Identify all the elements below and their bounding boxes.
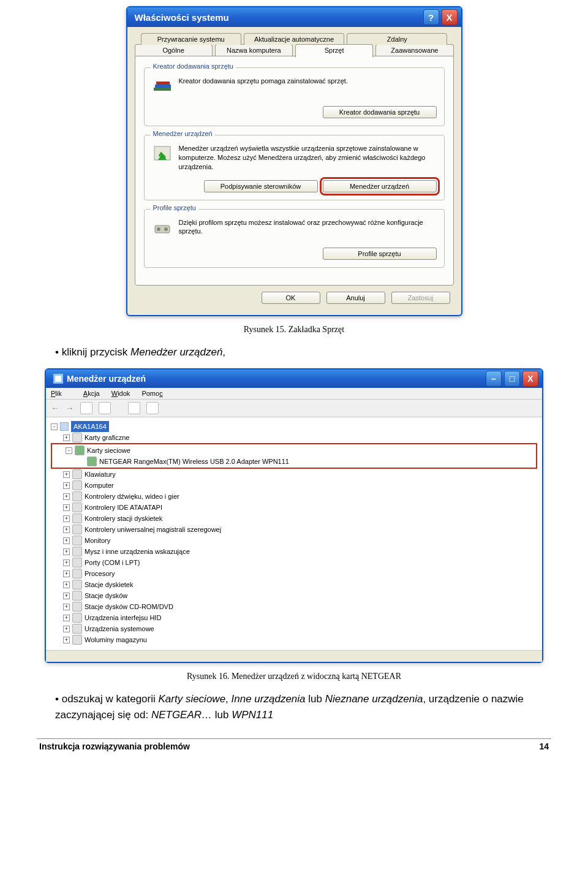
tree-row[interactable]: +Woluminy magazynu: [51, 634, 537, 645]
expand-icon[interactable]: +: [63, 537, 70, 544]
expand-icon[interactable]: +: [63, 515, 70, 522]
dm-menubar: Plik Akcja Widok Pomoc: [46, 388, 542, 400]
toolbar-icon-1[interactable]: [80, 402, 92, 414]
tab-general[interactable]: Ogólne: [135, 44, 213, 56]
tree-row[interactable]: +Karty graficzne: [51, 432, 537, 443]
expand-icon[interactable]: +: [63, 526, 70, 533]
tree-row[interactable]: +Urządzenia interfejsu HID: [51, 612, 537, 623]
ok-button[interactable]: OK: [262, 292, 320, 304]
tree-row[interactable]: +Monitory: [51, 535, 537, 546]
computer-icon: [72, 480, 82, 490]
close-button[interactable]: X: [442, 9, 458, 25]
menu-plik[interactable]: Plik: [51, 390, 72, 397]
floppy-controller-icon: [72, 514, 82, 523]
tree-row[interactable]: +Komputer: [51, 480, 537, 491]
tab-advanced[interactable]: Zaawansowane: [375, 44, 453, 56]
dm-close-button[interactable]: X: [522, 371, 538, 387]
expand-icon[interactable]: +: [63, 604, 70, 610]
titlebar-buttons: ? X: [423, 9, 458, 25]
toolbar-icon-2[interactable]: [99, 402, 111, 414]
tab-hardware[interactable]: Sprzęt: [295, 44, 373, 58]
expand-icon[interactable]: +: [63, 615, 70, 621]
expand-icon[interactable]: +: [63, 582, 70, 588]
hardware-profiles-button[interactable]: Profile sprzętu: [323, 248, 437, 260]
tree-row[interactable]: +Stacje dyskietek: [51, 579, 537, 590]
tree-row[interactable]: +Urządzenia systemowe: [51, 623, 537, 634]
expand-icon[interactable]: +: [63, 548, 70, 555]
group-legend: Profile sprzętu: [151, 204, 198, 211]
expand-icon[interactable]: +: [63, 493, 70, 500]
dm-toolbar: ← →: [46, 400, 542, 417]
ports-icon: [72, 558, 82, 567]
tree-row[interactable]: +Klawiatury: [51, 469, 537, 480]
tree-row[interactable]: +Kontrolery uniwersalnej magistrali szer…: [51, 524, 537, 535]
tree-row-netgear[interactable]: NETGEAR RangeMax(TM) Wireless USB 2.0 Ad…: [53, 456, 535, 467]
tabs-back-row: Przywracanie systemu Aktualizacje automa…: [135, 33, 454, 45]
expand-icon[interactable]: +: [63, 504, 70, 511]
figure-caption-15: Rysunek 15. Zakładka Sprzęt: [37, 325, 551, 335]
dm-statusbar: [46, 650, 542, 662]
expand-icon[interactable]: +: [63, 637, 70, 643]
expand-icon[interactable]: +: [63, 471, 70, 478]
group1-text: Kreator dodawania sprzętu pomaga zainsta…: [179, 77, 348, 86]
group-device-manager: Menedżer urządzeń Menedżer urządzeń wyśw…: [144, 135, 445, 200]
tabs-front-row: Ogólne Nazwa komputera Sprzęt Zaawansowa…: [135, 44, 454, 56]
tree-row[interactable]: +Kontrolery stacji dyskietek: [51, 513, 537, 524]
add-hardware-wizard-button[interactable]: Kreator dodawania sprzętu: [323, 106, 437, 118]
tree-row[interactable]: +Kontrolery IDE ATA/ATAPI: [51, 502, 537, 513]
processor-icon: [72, 569, 82, 578]
tree-row[interactable]: +Mysz i inne urządzenia wskazujące: [51, 546, 537, 557]
device-manager-button[interactable]: Menedżer urządzeń: [323, 180, 437, 192]
tab-panel-hardware: Kreator dodawania sprzętu Kreator dodawa…: [135, 56, 454, 286]
maximize-button[interactable]: □: [504, 371, 520, 387]
menu-pomoc[interactable]: Pomoc: [141, 390, 162, 397]
sound-controller-icon: [72, 491, 82, 501]
tree-row-network[interactable]: -Karty sieciowe: [53, 445, 535, 456]
menu-akcja[interactable]: Akcja: [83, 390, 100, 397]
tree-root[interactable]: - AKA1A164: [51, 421, 537, 432]
dm-titlebar: Menedżer urządzeń – □ X: [46, 370, 542, 388]
group-hardware-profiles: Profile sprzętu Dzięki profilom sprzętu …: [144, 209, 445, 268]
toolbar-icon-4[interactable]: [146, 402, 159, 414]
minimize-button[interactable]: –: [486, 371, 502, 387]
tab-computer-name[interactable]: Nazwa komputera: [215, 44, 293, 56]
figure-caption-16: Rysunek 16. Menedżer urządzeń z widoczną…: [37, 672, 551, 681]
document-page: Właściwości systemu ? X Przywracanie sys…: [0, 0, 588, 770]
group2-text: Menedżer urządzeń wyświetla wszystkie ur…: [179, 144, 437, 172]
expand-icon[interactable]: +: [63, 593, 70, 599]
tree-row[interactable]: +Kontrolery dźwięku, wideo i gier: [51, 491, 537, 502]
svg-rect-0: [154, 88, 171, 91]
driver-signing-button[interactable]: Podpisywanie sterowników: [204, 180, 318, 192]
help-button[interactable]: ?: [423, 9, 439, 25]
tree-row[interactable]: +Procesory: [51, 568, 537, 579]
tab-auto-updates[interactable]: Aktualizacje automatyczne: [244, 33, 344, 45]
network-cards-highlight: -Karty sieciowe NETGEAR RangeMax(TM) Wir…: [51, 443, 537, 469]
tree-row[interactable]: +Stacje dysków: [51, 590, 537, 601]
menu-widok[interactable]: Widok: [111, 390, 130, 397]
tree-row[interactable]: +Porty (COM i LPT): [51, 557, 537, 568]
expand-icon[interactable]: +: [63, 571, 70, 577]
apply-button[interactable]: Zastosuj: [391, 292, 450, 304]
cancel-button[interactable]: Anuluj: [326, 292, 385, 304]
collapse-icon[interactable]: -: [51, 423, 58, 430]
tab-system-restore[interactable]: Przywracanie systemu: [141, 33, 241, 45]
collapse-icon[interactable]: -: [66, 447, 72, 454]
toolbar-icon-3[interactable]: [128, 402, 140, 414]
tree-row[interactable]: +Stacje dysków CD-ROM/DVD: [51, 601, 537, 612]
expand-icon[interactable]: +: [63, 434, 70, 441]
svg-rect-2: [156, 82, 170, 85]
expand-icon[interactable]: +: [63, 559, 70, 566]
svg-point-6: [164, 227, 168, 231]
network-adapter-icon: [75, 446, 85, 455]
usb-controller-icon: [72, 525, 82, 534]
tab-remote[interactable]: Zdalny: [347, 33, 447, 45]
svg-rect-8: [55, 376, 61, 382]
mouse-icon: [72, 547, 82, 556]
device-manager-window: Menedżer urządzeń – □ X Plik Akcja Widok…: [45, 368, 543, 663]
device-tree: - AKA1A164 +Karty graficzne -Karty sieci…: [46, 417, 542, 650]
device-manager-icon: [152, 144, 173, 165]
expand-icon[interactable]: +: [63, 482, 70, 489]
nav-back-icon[interactable]: ←: [51, 403, 59, 413]
nav-forward-icon[interactable]: →: [66, 403, 74, 413]
expand-icon[interactable]: +: [63, 626, 70, 632]
